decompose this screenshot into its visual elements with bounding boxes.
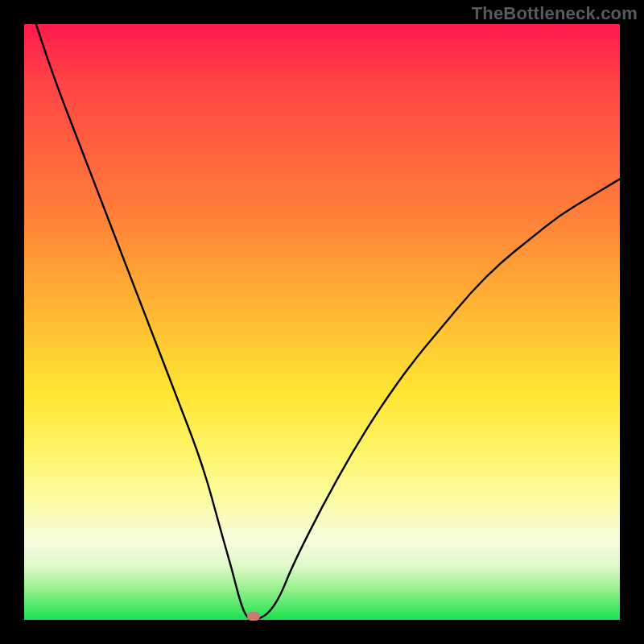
chart-frame: TheBottleneck.com: [0, 0, 644, 644]
curve-path: [36, 24, 620, 620]
bottleneck-marker: [247, 612, 260, 621]
curve-svg: [24, 24, 620, 620]
watermark-text: TheBottleneck.com: [472, 3, 638, 24]
plot-area: [24, 24, 620, 620]
